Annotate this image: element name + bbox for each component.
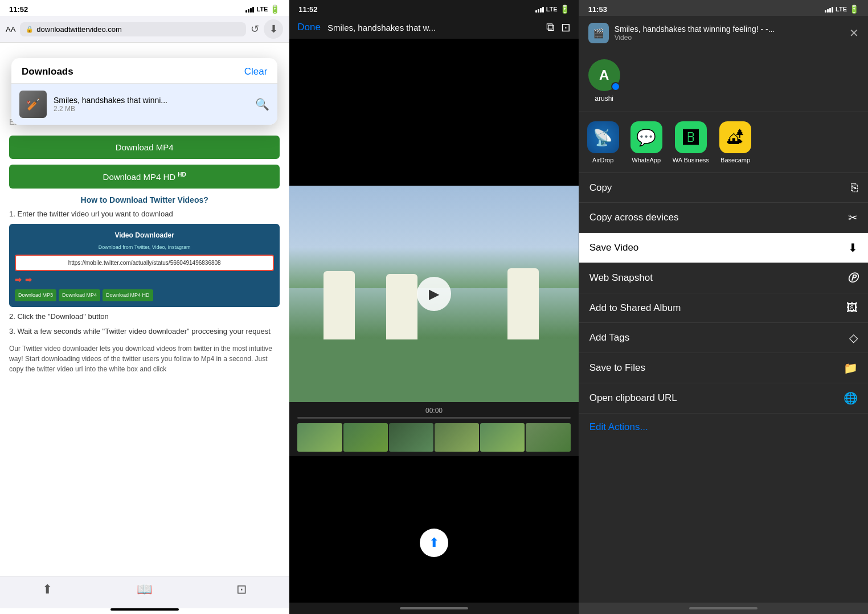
- progress-bar[interactable]: [297, 417, 570, 419]
- bookmarks-nav-icon[interactable]: 📖: [137, 582, 152, 597]
- action-shared-album[interactable]: Add to Shared Album 🖼: [579, 293, 868, 323]
- body-text: Our Twitter video downloader lets you do…: [9, 343, 280, 374]
- share-app-basecamp[interactable]: 🏕 Basecamp: [718, 121, 752, 163]
- status-right-2: LTE 🔋: [535, 5, 570, 14]
- airdrop-label: AirDrop: [592, 157, 613, 163]
- action-add-tags[interactable]: Add Tags ◇: [579, 323, 868, 353]
- bar1: [245, 10, 247, 13]
- tab-icon-2[interactable]: ⊡: [561, 21, 571, 34]
- action-copy-across-label: Copy across devices: [589, 212, 848, 223]
- action-clipboard-url[interactable]: Open clipboard URL 🌐: [579, 383, 868, 414]
- lte-badge-3: LTE: [836, 6, 847, 13]
- download-name: Smiles, handshakes that winni...: [54, 96, 248, 105]
- vd-buttons: Download MP3 Download MP4 Download MP4 H…: [15, 289, 274, 301]
- share-actions-list: Copy ⎘ Copy across devices ✂ Save Video …: [579, 173, 868, 603]
- thumbnail-strip: [297, 423, 570, 452]
- downloads-clear-button[interactable]: Clear: [244, 66, 268, 77]
- home-indicator-3: [689, 607, 758, 609]
- thumb-1: [297, 423, 342, 452]
- whatsapp-label: WhatsApp: [632, 157, 661, 163]
- share-app-airdrop[interactable]: 📡 AirDrop: [586, 121, 620, 163]
- tabs-nav-icon[interactable]: ⊡: [236, 582, 247, 597]
- p3-bar3: [829, 8, 831, 13]
- contact-avatar-arushi: A: [588, 59, 620, 91]
- share-app-icon: 🎬: [588, 23, 609, 43]
- downloads-title: Downloads: [22, 66, 73, 77]
- video-controls: 00:00: [289, 402, 578, 456]
- status-right-3: LTE 🔋: [825, 5, 859, 14]
- time-2: 11:52: [298, 5, 317, 14]
- thumbnail-inner: 🏏: [19, 91, 47, 118]
- p3-bar2: [827, 9, 829, 13]
- share-contacts-row: A arushi: [579, 50, 868, 112]
- signal-bars-3: [825, 6, 833, 13]
- status-bar-2: 11:52 LTE 🔋: [289, 0, 578, 16]
- contact-arushi[interactable]: A arushi: [588, 59, 620, 103]
- share-app-whatsapp[interactable]: 💬 WhatsApp: [629, 121, 664, 163]
- share-app-wabusiness[interactable]: 🅱 WA Business: [673, 121, 709, 163]
- cricket-video[interactable]: ▶: [289, 186, 578, 402]
- action-web-snapshot[interactable]: Web Snapshot Ⓟ: [579, 263, 868, 293]
- ground: [289, 339, 578, 402]
- aa-label[interactable]: AA: [6, 25, 15, 34]
- wabusiness-app-icon: 🅱: [675, 121, 707, 153]
- downloads-popup: Downloads Clear 🏏 Smiles, handshakes tha…: [11, 58, 277, 125]
- vd-url-input: https://mobile.twitter.com/actually/stat…: [15, 255, 274, 271]
- share-button-p2[interactable]: ⬆: [420, 529, 448, 557]
- search-icon[interactable]: 🔍: [255, 97, 269, 111]
- basecamp-icon-char: 🏕: [727, 128, 743, 147]
- reload-button[interactable]: ↺: [251, 23, 259, 35]
- action-copy-across[interactable]: Copy across devices ✂: [579, 203, 868, 233]
- thumb-2: [343, 423, 388, 452]
- download-mp4-hd-button[interactable]: Download MP4 HD HD: [9, 165, 280, 189]
- play-button[interactable]: ▶: [417, 277, 451, 311]
- step-1: 1. Enter the twitter video url you want …: [9, 208, 280, 220]
- vd-preview: Video Downloader Download from Twitter, …: [9, 224, 280, 307]
- status-bar-1: 11:52 LTE 🔋: [0, 0, 289, 16]
- whatsapp-app-icon: 💬: [630, 121, 662, 153]
- edit-actions[interactable]: Edit Actions...: [579, 414, 868, 441]
- signal-bars-2: [535, 6, 544, 13]
- done-button[interactable]: Done: [297, 22, 321, 33]
- action-add-tags-label: Add Tags: [589, 332, 849, 343]
- share-title: Smiles, handshakes that winning feeling!…: [615, 24, 844, 34]
- action-save-video[interactable]: Save Video ⬇: [579, 233, 868, 263]
- wabusiness-icon-char: 🅱: [683, 128, 699, 147]
- vd-btn-mp3: Download MP3: [15, 289, 56, 301]
- panel2-header: Done Smiles, handshakes that w... ⧉ ⊡: [289, 16, 578, 39]
- step-3: 3. Wait a few seconds while "Twitter vid…: [9, 325, 280, 338]
- contact-name-arushi: arushi: [595, 95, 613, 103]
- clipboard-url-icon: 🌐: [844, 391, 858, 405]
- panel-share: 11:53 LTE 🔋 🎬 Smiles, handshakes that wi…: [579, 0, 868, 614]
- action-save-files[interactable]: Save to Files 📁: [579, 353, 868, 383]
- app-icon-char: 🎬: [593, 28, 604, 39]
- download-item[interactable]: 🏏 Smiles, handshakes that winni... 2.2 M…: [11, 84, 277, 125]
- download-mp4-button[interactable]: Download MP4: [9, 136, 280, 159]
- arrow-icon-2: ➡: [25, 273, 32, 287]
- vd-btn-mp4hd: Download MP4 HD: [103, 289, 153, 301]
- p2-bar1: [535, 10, 537, 13]
- share-apps-row: 📡 AirDrop 💬 WhatsApp 🅱 WA Business 🏕 Bas…: [579, 112, 868, 173]
- share-header-info: Smiles, handshakes that winning feeling!…: [615, 24, 844, 42]
- copy-icon: ⎘: [851, 181, 858, 194]
- time-display: 00:00: [297, 407, 570, 415]
- p3-bar1: [825, 10, 826, 13]
- tab-icon-1[interactable]: ⧉: [546, 21, 554, 34]
- home-indicator-2: [400, 607, 468, 609]
- share-nav-icon[interactable]: ⬆: [42, 582, 52, 597]
- time-3: 11:53: [588, 5, 607, 14]
- wabusiness-label: WA Business: [673, 157, 709, 163]
- vd-btn-mp4: Download MP4: [59, 289, 100, 301]
- action-web-snapshot-label: Web Snapshot: [589, 272, 847, 284]
- url-bar[interactable]: 🔒 downloadtwittervideo.com: [20, 22, 246, 36]
- download-button[interactable]: ⬇: [264, 19, 283, 39]
- p2-bar3: [540, 8, 542, 13]
- arrow-icon-1: ➡: [15, 273, 22, 287]
- bar3: [250, 8, 252, 13]
- action-clipboard-url-label: Open clipboard URL: [589, 392, 844, 404]
- action-copy[interactable]: Copy ⎘: [579, 173, 868, 203]
- basecamp-label: Basecamp: [720, 157, 750, 163]
- edit-actions-label[interactable]: Edit Actions...: [589, 421, 648, 432]
- bar2: [248, 9, 249, 13]
- share-close-button[interactable]: ✕: [849, 26, 859, 40]
